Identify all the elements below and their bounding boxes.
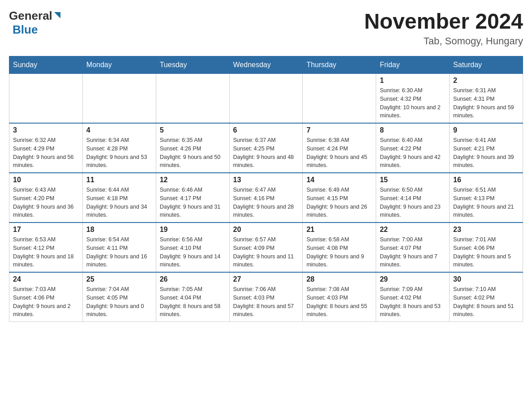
location-subtitle: Tab, Somogy, Hungary: [364, 35, 523, 47]
day-info: Sunrise: 6:32 AM Sunset: 4:29 PM Dayligh…: [13, 136, 79, 170]
weekday-header-wednesday: Wednesday: [229, 56, 303, 74]
calendar-cell: [156, 74, 229, 124]
day-number: 13: [233, 176, 299, 184]
day-number: 26: [160, 275, 226, 283]
logo-blue-text: Blue: [13, 23, 38, 36]
day-info: Sunrise: 6:49 AM Sunset: 4:15 PM Dayligh…: [306, 186, 372, 219]
day-info: Sunrise: 6:31 AM Sunset: 4:31 PM Dayligh…: [453, 86, 519, 120]
day-number: 10: [13, 176, 79, 184]
calendar-cell: 16Sunrise: 6:51 AM Sunset: 4:13 PM Dayli…: [450, 173, 523, 223]
calendar-cell: 5Sunrise: 6:35 AM Sunset: 4:26 PM Daylig…: [156, 123, 229, 173]
calendar-cell: 11Sunrise: 6:44 AM Sunset: 4:18 PM Dayli…: [82, 173, 156, 223]
day-number: 22: [380, 226, 446, 234]
calendar-cell: 3Sunrise: 6:32 AM Sunset: 4:29 PM Daylig…: [9, 123, 83, 173]
calendar-cell: 27Sunrise: 7:06 AM Sunset: 4:03 PM Dayli…: [229, 272, 303, 322]
weekday-header-tuesday: Tuesday: [156, 56, 229, 74]
weekday-header-sunday: Sunday: [9, 56, 83, 74]
calendar-cell: 28Sunrise: 7:08 AM Sunset: 4:03 PM Dayli…: [303, 272, 376, 322]
week-row-5: 24Sunrise: 7:03 AM Sunset: 4:06 PM Dayli…: [9, 272, 523, 322]
weekday-header-friday: Friday: [376, 56, 450, 74]
calendar-table: SundayMondayTuesdayWednesdayThursdayFrid…: [9, 56, 523, 322]
day-number: 29: [380, 275, 446, 283]
day-number: 14: [306, 176, 372, 184]
day-info: Sunrise: 7:01 AM Sunset: 4:06 PM Dayligh…: [453, 235, 519, 269]
logo-general-text: General: [9, 9, 52, 23]
calendar-cell: 21Sunrise: 6:58 AM Sunset: 4:08 PM Dayli…: [303, 223, 376, 272]
day-number: 27: [233, 275, 299, 283]
day-info: Sunrise: 6:37 AM Sunset: 4:25 PM Dayligh…: [233, 136, 299, 170]
day-info: Sunrise: 7:08 AM Sunset: 4:03 PM Dayligh…: [306, 285, 372, 319]
day-info: Sunrise: 6:54 AM Sunset: 4:11 PM Dayligh…: [86, 235, 152, 269]
day-info: Sunrise: 7:10 AM Sunset: 4:02 PM Dayligh…: [453, 285, 519, 319]
title-section: November 2024 Tab, Somogy, Hungary: [364, 9, 523, 47]
day-info: Sunrise: 6:40 AM Sunset: 4:22 PM Dayligh…: [380, 136, 446, 170]
calendar-cell: 1Sunrise: 6:30 AM Sunset: 4:32 PM Daylig…: [376, 74, 450, 124]
weekday-header-row: SundayMondayTuesdayWednesdayThursdayFrid…: [9, 56, 523, 74]
calendar-cell: [229, 74, 303, 124]
calendar-cell: 8Sunrise: 6:40 AM Sunset: 4:22 PM Daylig…: [376, 123, 450, 173]
calendar-cell: 24Sunrise: 7:03 AM Sunset: 4:06 PM Dayli…: [9, 272, 83, 322]
day-number: 30: [453, 275, 519, 283]
calendar-cell: 20Sunrise: 6:57 AM Sunset: 4:09 PM Dayli…: [229, 223, 303, 272]
day-info: Sunrise: 7:05 AM Sunset: 4:04 PM Dayligh…: [160, 285, 226, 319]
day-info: Sunrise: 7:06 AM Sunset: 4:03 PM Dayligh…: [233, 285, 299, 319]
day-number: 12: [160, 176, 226, 184]
weekday-header-saturday: Saturday: [450, 56, 523, 74]
calendar-cell: 25Sunrise: 7:04 AM Sunset: 4:05 PM Dayli…: [82, 272, 156, 322]
logo: General Blue: [9, 9, 62, 37]
calendar-cell: [9, 74, 83, 124]
calendar-cell: 9Sunrise: 6:41 AM Sunset: 4:21 PM Daylig…: [450, 123, 523, 173]
day-number: 5: [160, 126, 226, 134]
day-info: Sunrise: 7:00 AM Sunset: 4:07 PM Dayligh…: [380, 235, 446, 269]
day-number: 7: [306, 126, 372, 134]
day-number: 1: [380, 77, 446, 85]
day-number: 28: [306, 275, 372, 283]
day-info: Sunrise: 6:51 AM Sunset: 4:13 PM Dayligh…: [453, 186, 519, 219]
day-number: 9: [453, 126, 519, 134]
day-number: 16: [453, 176, 519, 184]
day-info: Sunrise: 6:43 AM Sunset: 4:20 PM Dayligh…: [13, 186, 79, 219]
day-number: 23: [453, 226, 519, 234]
day-info: Sunrise: 6:50 AM Sunset: 4:14 PM Dayligh…: [380, 186, 446, 219]
svg-marker-0: [54, 12, 60, 18]
day-number: 21: [306, 226, 372, 234]
day-info: Sunrise: 6:38 AM Sunset: 4:24 PM Dayligh…: [306, 136, 372, 170]
calendar-cell: 7Sunrise: 6:38 AM Sunset: 4:24 PM Daylig…: [303, 123, 376, 173]
calendar-cell: 26Sunrise: 7:05 AM Sunset: 4:04 PM Dayli…: [156, 272, 229, 322]
calendar-cell: 14Sunrise: 6:49 AM Sunset: 4:15 PM Dayli…: [303, 173, 376, 223]
day-number: 3: [13, 126, 79, 134]
calendar-cell: 12Sunrise: 6:46 AM Sunset: 4:17 PM Dayli…: [156, 173, 229, 223]
day-info: Sunrise: 6:46 AM Sunset: 4:17 PM Dayligh…: [160, 186, 226, 219]
day-number: 19: [160, 226, 226, 234]
day-info: Sunrise: 6:47 AM Sunset: 4:16 PM Dayligh…: [233, 186, 299, 219]
calendar-cell: 19Sunrise: 6:56 AM Sunset: 4:10 PM Dayli…: [156, 223, 229, 272]
calendar-cell: 18Sunrise: 6:54 AM Sunset: 4:11 PM Dayli…: [82, 223, 156, 272]
day-number: 2: [453, 77, 519, 85]
calendar-cell: 6Sunrise: 6:37 AM Sunset: 4:25 PM Daylig…: [229, 123, 303, 173]
day-info: Sunrise: 7:04 AM Sunset: 4:05 PM Dayligh…: [86, 285, 152, 319]
day-info: Sunrise: 7:03 AM Sunset: 4:06 PM Dayligh…: [13, 285, 79, 319]
week-row-2: 3Sunrise: 6:32 AM Sunset: 4:29 PM Daylig…: [9, 123, 523, 173]
calendar-cell: 22Sunrise: 7:00 AM Sunset: 4:07 PM Dayli…: [376, 223, 450, 272]
logo-arrow-icon: [52, 10, 62, 20]
calendar-cell: 17Sunrise: 6:53 AM Sunset: 4:12 PM Dayli…: [9, 223, 83, 272]
calendar-cell: 15Sunrise: 6:50 AM Sunset: 4:14 PM Dayli…: [376, 173, 450, 223]
calendar-cell: [303, 74, 376, 124]
day-info: Sunrise: 6:57 AM Sunset: 4:09 PM Dayligh…: [233, 235, 299, 269]
week-row-4: 17Sunrise: 6:53 AM Sunset: 4:12 PM Dayli…: [9, 223, 523, 272]
weekday-header-monday: Monday: [82, 56, 156, 74]
day-info: Sunrise: 6:41 AM Sunset: 4:21 PM Dayligh…: [453, 136, 519, 170]
weekday-header-thursday: Thursday: [303, 56, 376, 74]
day-info: Sunrise: 6:53 AM Sunset: 4:12 PM Dayligh…: [13, 235, 79, 269]
day-number: 4: [86, 126, 152, 134]
day-info: Sunrise: 6:56 AM Sunset: 4:10 PM Dayligh…: [160, 235, 226, 269]
calendar-cell: 29Sunrise: 7:09 AM Sunset: 4:02 PM Dayli…: [376, 272, 450, 322]
day-number: 24: [13, 275, 79, 283]
day-info: Sunrise: 6:34 AM Sunset: 4:28 PM Dayligh…: [86, 136, 152, 170]
day-number: 15: [380, 176, 446, 184]
day-number: 18: [86, 226, 152, 234]
week-row-1: 1Sunrise: 6:30 AM Sunset: 4:32 PM Daylig…: [9, 74, 523, 124]
calendar-cell: 10Sunrise: 6:43 AM Sunset: 4:20 PM Dayli…: [9, 173, 83, 223]
calendar-cell: 23Sunrise: 7:01 AM Sunset: 4:06 PM Dayli…: [450, 223, 523, 272]
day-number: 8: [380, 126, 446, 134]
